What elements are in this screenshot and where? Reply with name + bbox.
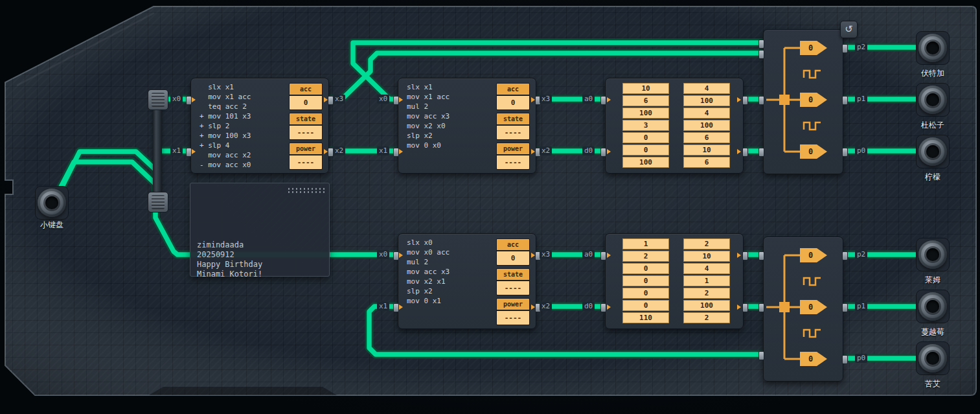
bus-node bbox=[779, 302, 790, 312]
wire-label: x0 bbox=[377, 250, 389, 259]
io-connector-p1-bottom bbox=[916, 290, 950, 323]
connector-label: 苦艾 bbox=[902, 378, 964, 389]
mc1-code-editor[interactable]: slx x1 mov x1 acc teq acc 2 + mov 101 x3… bbox=[199, 82, 251, 170]
pin-x0 bbox=[393, 96, 399, 105]
microcontroller-1[interactable]: slx x1 mov x1 acc teq acc 2 + mov 101 x3… bbox=[190, 78, 329, 174]
register-value: 0 bbox=[497, 251, 529, 265]
wire-label: p2 bbox=[855, 250, 867, 259]
wire-label: x3 bbox=[540, 95, 552, 104]
code-line: teq acc 2 bbox=[199, 102, 251, 111]
memory-cell: 3 bbox=[622, 120, 669, 131]
register-label: acc bbox=[497, 84, 529, 96]
note-text: zimindaada 20250912 Happy Birthday Minam… bbox=[197, 240, 262, 279]
register-value: ---- bbox=[497, 126, 529, 139]
memory-cell: 0 bbox=[622, 132, 669, 143]
pin-arrow-icon bbox=[607, 305, 613, 310]
code-line: slx x1 bbox=[407, 82, 450, 92]
pin-x1 bbox=[393, 148, 399, 157]
mc2-code-editor[interactable]: slx x1 mov x1 acc mul 2 mov acc x3 mov x… bbox=[407, 82, 450, 150]
code-line: + slp 4 bbox=[199, 141, 251, 150]
pin-arrow-icon bbox=[399, 253, 405, 258]
pin-in bbox=[758, 251, 764, 260]
pin-arrow-icon bbox=[607, 253, 613, 258]
register-acc: acc 0 bbox=[496, 238, 530, 266]
pin-arrow-icon bbox=[399, 149, 405, 154]
memory-module-1[interactable]: 10 6 100 3 0 0 100 4 100 4 100 6 10 6 bbox=[605, 78, 744, 174]
pin-arrow-icon bbox=[607, 149, 613, 154]
memory-cell: 100 bbox=[683, 300, 730, 311]
pin-a0 bbox=[600, 251, 606, 260]
register-label: power bbox=[497, 143, 529, 155]
register-label: acc bbox=[497, 239, 529, 251]
mc3-registers: acc 0 state ---- power ---- bbox=[496, 238, 530, 325]
wire-label: x3 bbox=[540, 250, 552, 259]
bridge-head-top[interactable] bbox=[148, 89, 168, 110]
connector-label: 伏特加 bbox=[902, 68, 964, 79]
mc3-code-editor[interactable]: slx x0 mov x0 acc mul 2 mov acc x3 mov x… bbox=[407, 238, 450, 306]
note-grip-dots-icon bbox=[287, 187, 325, 194]
wire-label: a0 bbox=[582, 250, 595, 259]
register-value: ---- bbox=[497, 311, 529, 325]
pin-p1 bbox=[842, 303, 848, 312]
bridge-head-bottom[interactable] bbox=[148, 192, 168, 213]
pulse-icon bbox=[803, 276, 822, 286]
connector-label: 小键盘 bbox=[21, 220, 83, 231]
register-value: ---- bbox=[497, 155, 529, 169]
wire-label: x2 bbox=[333, 146, 345, 155]
memory-module-2[interactable]: 1 2 0 0 0 0 110 2 10 4 1 2 100 2 bbox=[605, 233, 744, 329]
pin-x1 bbox=[393, 303, 399, 312]
microcontroller-2[interactable]: slx x1 mov x1 acc mul 2 mov acc x3 mov x… bbox=[398, 78, 536, 174]
wire-label: x1 bbox=[377, 302, 389, 311]
microcontroller-3[interactable]: slx x0 mov x0 acc mul 2 mov acc x3 mov x… bbox=[398, 233, 536, 329]
wire-label: p2 bbox=[855, 43, 867, 52]
code-line: mov acc x2 bbox=[199, 150, 251, 160]
code-line: slp x2 bbox=[407, 131, 450, 141]
code-line: - mov acc x0 bbox=[199, 160, 251, 170]
register-value: ---- bbox=[290, 126, 322, 139]
pin-d0 bbox=[600, 303, 606, 312]
register-power: power ---- bbox=[496, 143, 530, 170]
pin-p0 bbox=[842, 148, 848, 157]
connector-label: 蔓越莓 bbox=[902, 327, 964, 338]
memory-cell: 100 bbox=[683, 95, 730, 106]
register-label: power bbox=[290, 143, 322, 155]
pin-p2 bbox=[842, 44, 848, 53]
register-value: ---- bbox=[497, 281, 529, 295]
code-line: + mov 101 x3 bbox=[199, 111, 251, 121]
note-line: Minami Kotori! bbox=[197, 270, 262, 279]
pin-x0 bbox=[186, 96, 192, 105]
pin-arrow-icon bbox=[607, 97, 613, 102]
wire-label: p1 bbox=[855, 95, 867, 104]
bridge-ribbon[interactable] bbox=[153, 97, 162, 207]
circuit-design-canvas[interactable]: slx x1 mov x1 acc teq acc 2 + mov 101 x3… bbox=[0, 0, 980, 414]
code-line: mov x1 acc bbox=[199, 92, 251, 102]
pin-a1 bbox=[742, 251, 748, 260]
io-expander-1[interactable]: 0 0 0 bbox=[763, 29, 843, 174]
wire-label: x3 bbox=[333, 95, 345, 104]
memory-column: 10 6 100 3 0 0 100 bbox=[622, 83, 669, 168]
pin-x0 bbox=[393, 251, 399, 260]
reset-button[interactable]: ↺ bbox=[840, 21, 858, 38]
code-line: slx x0 bbox=[407, 238, 450, 247]
memory-column: 2 10 4 1 2 100 2 bbox=[683, 238, 730, 323]
io-connector-p1-top bbox=[916, 83, 950, 117]
memory-cell: 0 bbox=[622, 300, 669, 311]
wire-label: a0 bbox=[582, 95, 595, 104]
memory-cell: 0 bbox=[622, 288, 669, 299]
note-sticker[interactable]: zimindaada 20250912 Happy Birthday Minam… bbox=[190, 183, 330, 277]
memory-cell: 0 bbox=[622, 275, 669, 286]
code-line: slp x2 bbox=[407, 286, 450, 296]
code-line: mov 0 x0 bbox=[407, 141, 450, 150]
note-line: 20250912 bbox=[197, 250, 262, 260]
pin-in bbox=[758, 96, 764, 105]
memory-cell: 0 bbox=[622, 144, 669, 155]
mc1-registers: acc 0 state ---- power ---- bbox=[289, 83, 323, 170]
connector-label: 莱姆 bbox=[902, 275, 964, 286]
io-expander-2[interactable]: 0 0 0 bbox=[763, 236, 843, 382]
wire-label: x0 bbox=[377, 95, 389, 104]
note-line: zimindaada bbox=[197, 240, 262, 250]
pin-in bbox=[758, 40, 764, 49]
code-line: mov x1 acc bbox=[407, 92, 450, 102]
register-state: state ---- bbox=[289, 113, 323, 140]
pin-in bbox=[758, 50, 764, 59]
